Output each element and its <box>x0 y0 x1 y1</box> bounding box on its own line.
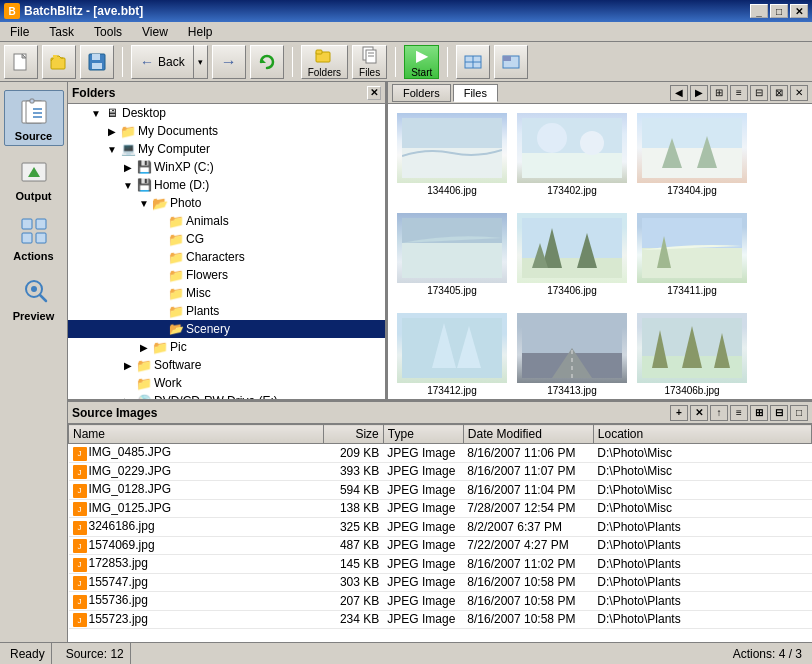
source-list-btn2[interactable]: ⊞ <box>750 405 768 421</box>
thumb-173404[interactable]: 173404.jpg <box>632 108 752 208</box>
sidebar-item-output[interactable]: Output <box>4 150 64 206</box>
thumb-173413[interactable]: 173413.jpg <box>512 308 632 399</box>
minimize-button[interactable]: _ <box>750 4 768 18</box>
source-list-btn1[interactable]: ≡ <box>730 405 748 421</box>
source-add-button[interactable]: + <box>670 405 688 421</box>
thumb-row3-1[interactable]: 173406b.jpg <box>632 308 752 399</box>
tree-item-work[interactable]: 📁 Work <box>68 374 385 392</box>
col-size[interactable]: Size <box>323 425 383 444</box>
table-row[interactable]: JIMG_0229.JPG 393 KBJPEG Image8/16/2007 … <box>69 462 812 481</box>
menu-task[interactable]: Task <box>43 23 80 41</box>
col-name[interactable]: Name <box>69 425 324 444</box>
maximize-button[interactable]: □ <box>770 4 788 18</box>
tree-item-software[interactable]: ▶ 📁 Software <box>68 356 385 374</box>
tree-item-photo[interactable]: ▼ 📂 Photo <box>68 194 385 212</box>
files-prev-button[interactable]: ◀ <box>670 85 688 101</box>
folders-button[interactable]: Folders <box>301 45 348 79</box>
new-button[interactable] <box>4 45 38 79</box>
title-bar: B BatchBlitz - [ave.bbt] _ □ ✕ <box>0 0 812 22</box>
forward-button[interactable]: → <box>212 45 246 79</box>
table-row[interactable]: JIMG_0128.JPG 594 KBJPEG Image8/16/2007 … <box>69 481 812 500</box>
sidebar-item-actions[interactable]: Actions <box>4 210 64 266</box>
menu-tools[interactable]: Tools <box>88 23 128 41</box>
folders-header: Folders ✕ <box>68 82 385 104</box>
files-view-btn3[interactable]: ⊟ <box>750 85 768 101</box>
table-row[interactable]: J172853.jpg 145 KBJPEG Image8/16/2007 11… <box>69 555 812 574</box>
tree-item-animals[interactable]: 📁 Animals <box>68 212 385 230</box>
source-up-button[interactable]: ↑ <box>710 405 728 421</box>
tree-item-misc[interactable]: 📁 Misc <box>68 284 385 302</box>
source-remove-button[interactable]: ✕ <box>690 405 708 421</box>
table-row[interactable]: J155736.jpg 207 KBJPEG Image8/16/2007 10… <box>69 592 812 611</box>
files-view-btn4[interactable]: ⊠ <box>770 85 788 101</box>
tree-item-my-documents[interactable]: ▶ 📁 My Documents <box>68 122 385 140</box>
tree-item-desktop[interactable]: ▼ 🖥 Desktop <box>68 104 385 122</box>
menu-help[interactable]: Help <box>182 23 219 41</box>
back-nav[interactable]: ← Back ▾ <box>131 45 208 79</box>
refresh-button[interactable] <box>250 45 284 79</box>
table-row[interactable]: JIMG_0485.JPG 209 KBJPEG Image8/16/2007 … <box>69 444 812 463</box>
thumb-134406[interactable]: 134406.jpg <box>392 108 512 208</box>
table-row[interactable]: J155723.jpg 234 KBJPEG Image8/16/2007 10… <box>69 610 812 629</box>
open-icon <box>49 52 69 72</box>
tree-item-e-drive[interactable]: ▶ 💿 DVD/CD-RW Drive (E:) <box>68 392 385 399</box>
open-button[interactable] <box>42 45 76 79</box>
table-row[interactable]: JIMG_0125.JPG 138 KBJPEG Image7/28/2007 … <box>69 499 812 518</box>
thumb-173406[interactable]: 173406.jpg <box>512 208 632 308</box>
files-tab[interactable]: Files <box>453 84 498 102</box>
tree-item-d-drive[interactable]: ▼ 💾 Home (D:) <box>68 176 385 194</box>
sidebar-item-preview[interactable]: Preview <box>4 270 64 326</box>
save-button[interactable] <box>80 45 114 79</box>
window-title: BatchBlitz - [ave.bbt] <box>24 4 143 18</box>
thumb-label-173406: 173406.jpg <box>547 285 597 296</box>
thumb-173412[interactable]: 173412.jpg <box>392 308 512 399</box>
tree-item-plants[interactable]: 📁 Plants <box>68 302 385 320</box>
menu-view[interactable]: View <box>136 23 174 41</box>
col-date[interactable]: Date Modified <box>463 425 593 444</box>
files-view-btn2[interactable]: ≡ <box>730 85 748 101</box>
table-row[interactable]: J1574069.jpg 487 KBJPEG Image7/22/2007 4… <box>69 536 812 555</box>
tree-item-characters[interactable]: 📁 Characters <box>68 248 385 266</box>
svg-rect-30 <box>36 233 46 243</box>
files-next-button[interactable]: ▶ <box>690 85 708 101</box>
thumb-img-173411 <box>637 213 747 283</box>
thumb-173405[interactable]: 173405.jpg <box>392 208 512 308</box>
folders-close-button[interactable]: ✕ <box>367 86 381 100</box>
folder-tree[interactable]: ▼ 🖥 Desktop ▶ 📁 My Documents <box>68 104 385 399</box>
sidebar-item-source[interactable]: Source <box>4 90 64 146</box>
files-button[interactable]: Files <box>352 45 387 79</box>
files-view-btn1[interactable]: ⊞ <box>710 85 728 101</box>
back-dropdown[interactable]: ▾ <box>194 45 208 79</box>
cg-icon: 📁 <box>168 231 184 247</box>
tree-item-c-drive[interactable]: ▶ 💾 WinXP (C:) <box>68 158 385 176</box>
tree-item-scenery[interactable]: 📂 Scenery <box>68 320 385 338</box>
preview2-button[interactable] <box>494 45 528 79</box>
file-icon: J <box>73 447 87 461</box>
folders-tab[interactable]: Folders <box>392 84 451 102</box>
menu-file[interactable]: File <box>4 23 35 41</box>
source-maximize-button[interactable]: □ <box>790 405 808 421</box>
start-button[interactable]: ▶ Start <box>404 45 439 79</box>
thumb-img-173404 <box>637 113 747 183</box>
table-row[interactable]: J3246186.jpg 325 KBJPEG Image8/2/2007 6:… <box>69 518 812 537</box>
table-row[interactable]: J155747.jpg 303 KBJPEG Image8/16/2007 10… <box>69 573 812 592</box>
thumb-173402[interactable]: 173402.jpg <box>512 108 632 208</box>
back-label: Back <box>158 55 185 69</box>
preview1-button[interactable] <box>456 45 490 79</box>
tree-item-my-computer[interactable]: ▼ 💻 My Computer <box>68 140 385 158</box>
tree-item-flowers[interactable]: 📁 Flowers <box>68 266 385 284</box>
tree-item-pic[interactable]: ▶ 📁 Pic <box>68 338 385 356</box>
col-location[interactable]: Location <box>593 425 811 444</box>
close-button[interactable]: ✕ <box>790 4 808 18</box>
files-close-button[interactable]: ✕ <box>790 85 808 101</box>
work-icon: 📁 <box>136 375 152 391</box>
col-type[interactable]: Type <box>383 425 463 444</box>
folders-panel: Folders ✕ ▼ 🖥 Desktop <box>68 82 388 399</box>
back-button[interactable]: ← Back <box>131 45 194 79</box>
source-list-btn3[interactable]: ⊟ <box>770 405 788 421</box>
tree-item-cg[interactable]: 📁 CG <box>68 230 385 248</box>
files-label: Files <box>359 67 380 78</box>
svg-rect-18 <box>503 56 511 61</box>
source-table[interactable]: Name Size Type Date Modified Location JI… <box>68 424 812 642</box>
thumb-173411[interactable]: 173411.jpg <box>632 208 752 308</box>
